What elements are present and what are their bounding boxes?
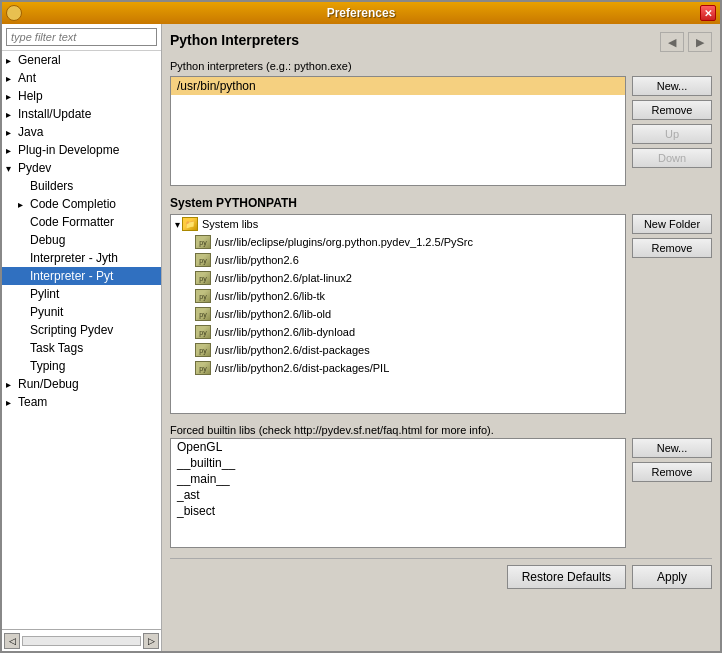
forced-list-container: OpenGL__builtin____main___ast_bisect [170, 438, 626, 548]
pythonpath-item[interactable]: py/usr/lib/eclipse/plugins/org.python.py… [171, 233, 625, 251]
interpreter-up-button[interactable]: Up [632, 124, 712, 144]
interpreters-section: /usr/bin/python New... Remove Up Down [170, 76, 712, 190]
panel-title: Python Interpreters [170, 32, 299, 48]
expand-arrow: ▸ [6, 145, 18, 156]
sidebar-item-ant[interactable]: ▸Ant [2, 69, 161, 87]
content-area: ▸General▸Ant▸Help▸Install/Update▸Java▸Pl… [2, 24, 720, 651]
scroll-track [22, 636, 141, 646]
pythonpath-item[interactable]: py/usr/lib/python2.6/dist-packages [171, 341, 625, 359]
file-icon: py [195, 289, 211, 303]
expand-arrow: ▸ [6, 397, 18, 408]
pythonpath-tree-container: ▾📁System libspy/usr/lib/eclipse/plugins/… [170, 214, 626, 414]
restore-defaults-button[interactable]: Restore Defaults [507, 565, 626, 589]
forced-section: OpenGL__builtin____main___ast_bisect New… [170, 438, 712, 548]
file-icon: py [195, 307, 211, 321]
pythonpath-item[interactable]: py/usr/lib/python2.6/lib-tk [171, 287, 625, 305]
expand-arrow: ▸ [6, 55, 18, 66]
forced-item[interactable]: OpenGL [171, 439, 625, 455]
sidebar-item-label: Code Completio [30, 197, 116, 211]
pythonpath-item-path: /usr/lib/python2.6/lib-tk [215, 290, 325, 302]
pythonpath-item-path: /usr/lib/python2.6 [215, 254, 299, 266]
preferences-window: Preferences ✕ ▸General▸Ant▸Help▸Install/… [0, 0, 722, 653]
expand-arrow: ▸ [6, 379, 18, 390]
sidebar-item-plug-in-development[interactable]: ▸Plug-in Developme [2, 141, 161, 159]
pythonpath-item[interactable]: py/usr/lib/python2.6 [171, 251, 625, 269]
sidebar-item-label: Builders [30, 179, 73, 193]
nav-back-button[interactable]: ◀ [660, 32, 684, 52]
sidebar-item-run-debug[interactable]: ▸Run/Debug [2, 375, 161, 393]
pythonpath-root-label: System libs [202, 218, 258, 230]
forced-remove-button[interactable]: Remove [632, 462, 712, 482]
pythonpath-tree-root[interactable]: ▾📁System libs [171, 215, 625, 233]
main-panel: Python Interpreters ◀ ▶ Python interpret… [162, 24, 720, 651]
expand-arrow: ▾ [6, 163, 18, 174]
pythonpath-item[interactable]: py/usr/lib/python2.6/plat-linux2 [171, 269, 625, 287]
sidebar-item-pyunit[interactable]: Pyunit [2, 303, 161, 321]
sidebar-item-typing[interactable]: Typing [2, 357, 161, 375]
scroll-left-button[interactable]: ◁ [4, 633, 20, 649]
scroll-right-button[interactable]: ▷ [143, 633, 159, 649]
sidebar-item-code-formatter[interactable]: Code Formatter [2, 213, 161, 231]
sidebar-tree: ▸General▸Ant▸Help▸Install/Update▸Java▸Pl… [2, 51, 161, 629]
sidebar-item-pydev[interactable]: ▾Pydev [2, 159, 161, 177]
title-bar-icon [6, 5, 22, 21]
interpreter-new-button[interactable]: New... [632, 76, 712, 96]
sidebar-item-label: Typing [30, 359, 65, 373]
sidebar-item-team[interactable]: ▸Team [2, 393, 161, 411]
pythonpath-item-path: /usr/lib/python2.6/plat-linux2 [215, 272, 352, 284]
filter-input[interactable] [6, 28, 157, 46]
sidebar-item-help[interactable]: ▸Help [2, 87, 161, 105]
sidebar-item-label: Pyunit [30, 305, 63, 319]
pythonpath-tree[interactable]: ▾📁System libspy/usr/lib/eclipse/plugins/… [170, 214, 626, 414]
pythonpath-item-path: /usr/lib/python2.6/dist-packages [215, 344, 370, 356]
sidebar: ▸General▸Ant▸Help▸Install/Update▸Java▸Pl… [2, 24, 162, 651]
sidebar-item-builders[interactable]: Builders [2, 177, 161, 195]
close-button[interactable]: ✕ [700, 5, 716, 21]
forced-item[interactable]: _ast [171, 487, 625, 503]
pythonpath-item[interactable]: py/usr/lib/python2.6/lib-old [171, 305, 625, 323]
sidebar-item-label: Plug-in Developme [18, 143, 119, 157]
file-icon: py [195, 235, 211, 249]
forced-item[interactable]: _bisect [171, 503, 625, 519]
apply-button[interactable]: Apply [632, 565, 712, 589]
forced-list[interactable]: OpenGL__builtin____main___ast_bisect [170, 438, 626, 548]
window-title: Preferences [327, 6, 396, 20]
expand-arrow: ▸ [6, 127, 18, 138]
pythonpath-item[interactable]: py/usr/lib/python2.6/dist-packages/PIL [171, 359, 625, 377]
interpreter-item[interactable]: /usr/bin/python [171, 77, 625, 95]
filter-box [2, 24, 161, 51]
sidebar-item-java[interactable]: ▸Java [2, 123, 161, 141]
nav-forward-button[interactable]: ▶ [688, 32, 712, 52]
forced-new-button[interactable]: New... [632, 438, 712, 458]
forced-item[interactable]: __main__ [171, 471, 625, 487]
pythonpath-item-path: /usr/lib/python2.6/lib-dynload [215, 326, 355, 338]
sidebar-item-label: Task Tags [30, 341, 83, 355]
sidebar-item-interpreter-python[interactable]: Interpreter - Pyt [2, 267, 161, 285]
interpreter-remove-button[interactable]: Remove [632, 100, 712, 120]
sidebar-item-label: Interpreter - Pyt [30, 269, 113, 283]
expand-arrow: ▸ [18, 199, 30, 210]
folder-icon: 📁 [182, 217, 198, 231]
expand-arrow: ▸ [6, 109, 18, 120]
pythonpath-item[interactable]: py/usr/lib/python2.6/lib-dynload [171, 323, 625, 341]
interpreter-list[interactable]: /usr/bin/python [170, 76, 626, 186]
sidebar-item-general[interactable]: ▸General [2, 51, 161, 69]
forced-item[interactable]: __builtin__ [171, 455, 625, 471]
pythonpath-remove-button[interactable]: Remove [632, 238, 712, 258]
pythonpath-new-folder-button[interactable]: New Folder [632, 214, 712, 234]
sidebar-item-task-tags[interactable]: Task Tags [2, 339, 161, 357]
sidebar-item-scripting-pydev[interactable]: Scripting Pydev [2, 321, 161, 339]
sidebar-item-label: Install/Update [18, 107, 91, 121]
sidebar-item-debug[interactable]: Debug [2, 231, 161, 249]
sidebar-item-code-completion[interactable]: ▸Code Completio [2, 195, 161, 213]
sidebar-item-interpreter-jython[interactable]: Interpreter - Jyth [2, 249, 161, 267]
pythonpath-item-path: /usr/lib/python2.6/lib-old [215, 308, 331, 320]
sidebar-item-label: General [18, 53, 61, 67]
sidebar-item-label: Ant [18, 71, 36, 85]
sidebar-item-label: Pylint [30, 287, 59, 301]
sidebar-item-pylint[interactable]: Pylint [2, 285, 161, 303]
interpreter-down-button[interactable]: Down [632, 148, 712, 168]
file-icon: py [195, 343, 211, 357]
sidebar-item-install-update[interactable]: ▸Install/Update [2, 105, 161, 123]
forced-buttons: New... Remove [632, 438, 712, 548]
